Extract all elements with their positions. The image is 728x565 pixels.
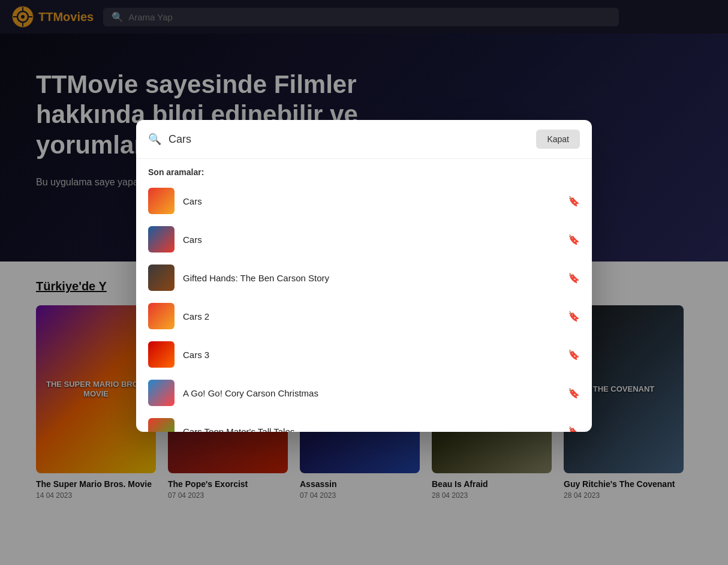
bookmark-icon: 🔖 — [568, 272, 580, 284]
result-item[interactable]: A Go! Go! Cory Carson Christmas 🔖 — [136, 374, 592, 412]
result-thumbnail — [148, 341, 175, 368]
result-name: Cars 3 — [183, 350, 559, 360]
search-modal: 🔍 Kapat Son aramalar: Cars 🔖 Cars 🔖 Gift… — [136, 120, 592, 432]
recent-searches-label: Son aramalar: — [136, 159, 592, 182]
result-name: Cars — [183, 196, 559, 206]
result-thumbnail — [148, 418, 175, 432]
bookmark-icon: 🔖 — [568, 196, 580, 207]
bookmark-icon: 🔖 — [568, 387, 580, 399]
bookmark-icon: 🔖 — [568, 311, 580, 322]
result-item[interactable]: Cars 3 🔖 — [136, 335, 592, 374]
result-thumbnail — [148, 188, 175, 214]
result-item[interactable]: Gifted Hands: The Ben Carson Story 🔖 — [136, 259, 592, 297]
bookmark-icon: 🔖 — [568, 426, 580, 432]
result-name: Cars 2 — [183, 311, 559, 321]
result-thumbnail — [148, 303, 175, 329]
result-item[interactable]: Cars 🔖 — [136, 182, 592, 220]
result-thumbnail — [148, 380, 175, 406]
bookmark-icon: 🔖 — [568, 349, 580, 360]
result-name: Cars — [183, 235, 559, 245]
result-item[interactable]: Cars Toon Mater's Tall Tales 🔖 — [136, 412, 592, 432]
result-item[interactable]: Cars 2 🔖 — [136, 297, 592, 335]
result-name: Gifted Hands: The Ben Carson Story — [183, 273, 559, 283]
result-thumbnail — [148, 265, 175, 291]
modal-search-icon: 🔍 — [148, 133, 161, 146]
bookmark-icon: 🔖 — [568, 234, 580, 245]
result-thumbnail — [148, 226, 175, 253]
modal-close-button[interactable]: Kapat — [536, 130, 580, 149]
result-name: A Go! Go! Cory Carson Christmas — [183, 388, 559, 398]
modal-search-row: 🔍 Kapat — [136, 120, 592, 159]
search-results-list: Cars 🔖 Cars 🔖 Gifted Hands: The Ben Cars… — [136, 182, 592, 432]
result-name: Cars Toon Mater's Tall Tales — [183, 426, 559, 432]
modal-overlay: 🔍 Kapat Son aramalar: Cars 🔖 Cars 🔖 Gift… — [0, 0, 728, 518]
result-item[interactable]: Cars 🔖 — [136, 220, 592, 259]
modal-search-input[interactable] — [169, 133, 529, 146]
